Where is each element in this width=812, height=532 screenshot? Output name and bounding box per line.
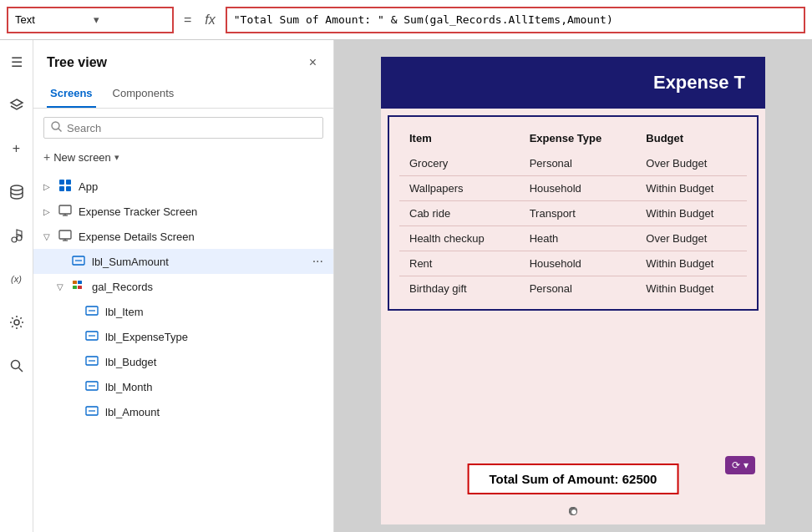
svg-point-1 [11, 185, 23, 190]
tree-header: Tree view × [33, 40, 333, 82]
database-icon[interactable] [2, 177, 32, 207]
svg-rect-12 [66, 180, 71, 185]
svg-rect-24 [78, 281, 82, 284]
expand-icon-details: ▽ [43, 232, 55, 241]
tree-item-expense-details[interactable]: ▽ Expense Details Screen [33, 224, 333, 249]
tab-screens[interactable]: Screens [47, 82, 96, 108]
app-title: Expense T [653, 72, 745, 93]
formula-bar[interactable]: "Total Sum of Amount: " & Sum(gal_Record… [226, 7, 805, 33]
expand-icon-tracker: ▷ [43, 207, 55, 216]
cell-budget: Within Budget [636, 276, 747, 301]
expense-table-wrap: Item Expense Type Budget Grocery Persona… [388, 115, 759, 311]
total-sum-box[interactable]: Total Sum of Amount: 62500 [468, 464, 679, 494]
tree-item-expense-tracker[interactable]: ▷ Expense Tracker Screen [33, 199, 333, 224]
tree-item-app[interactable]: ▷ App [33, 174, 333, 199]
tree-item-lbl-sum[interactable]: lbl_SumAmount ··· [33, 249, 333, 274]
svg-point-2 [12, 237, 17, 242]
cell-type: Personal [520, 276, 637, 301]
layers-icon[interactable] [2, 90, 32, 120]
svg-rect-23 [73, 281, 77, 284]
expense-details-label: Expense Details Screen [79, 231, 327, 243]
settings-icon[interactable] [2, 307, 32, 337]
tree-item-gal-records[interactable]: ▽ gal_Records [33, 274, 333, 299]
cell-type: Household [520, 176, 637, 201]
svg-rect-18 [59, 231, 71, 239]
gallery-icon [72, 280, 85, 294]
top-bar: Text ▾ = fx "Total Sum of Amount: " & Su… [0, 0, 812, 40]
svg-point-3 [17, 236, 22, 241]
label-icon-amount [85, 405, 99, 419]
col-expense-type: Expense Type [520, 125, 637, 151]
tree-item-lbl-amount[interactable]: lbl_Amount [33, 399, 333, 424]
gal-records-label: gal_Records [92, 281, 327, 293]
cell-budget: Within Budget [636, 251, 747, 276]
tree-content: ▷ App ▷ Expense Tracker Screen ▽ [33, 170, 333, 532]
cell-item: Wallpapers [399, 176, 520, 201]
cell-item: Health checkup [399, 226, 520, 251]
cell-budget: Over Budget [636, 151, 747, 176]
search-icon [51, 121, 62, 134]
label-icon-item [85, 305, 99, 319]
label-icon-budget [85, 355, 99, 369]
svg-line-8 [18, 368, 23, 372]
tree-item-lbl-month[interactable]: lbl_Month [33, 374, 333, 399]
screen-icon-tracker [58, 205, 72, 219]
tree-view-title: Tree view [47, 55, 107, 70]
expense-tracker-label: Expense Tracker Screen [79, 205, 327, 218]
expand-icon-gallery: ▽ [57, 282, 69, 291]
new-screen-label: New screen [53, 151, 111, 164]
search-sidebar-icon[interactable] [2, 351, 32, 381]
tree-item-lbl-budget[interactable]: lbl_Budget [33, 349, 333, 374]
table-row: Cab ride Transport Within Budget [399, 201, 747, 226]
floating-action-button[interactable]: ⟳ ▾ [725, 456, 755, 474]
floating-btn-chevron: ▾ [743, 459, 749, 471]
lbl-sum-label: lbl_SumAmount [92, 256, 306, 268]
table-row: Birthday gift Personal Within Budget [399, 276, 747, 301]
cell-type: Household [520, 251, 637, 276]
table-row: Grocery Personal Over Budget [399, 151, 747, 176]
cell-item: Cab ride [399, 201, 520, 226]
lbl-budget-label: lbl_Budget [105, 356, 327, 368]
music-icon[interactable] [2, 220, 32, 251]
floating-btn-icon: ⟳ [732, 459, 740, 471]
new-screen-button[interactable]: + New screen ▾ [33, 147, 333, 170]
close-button[interactable]: × [306, 52, 320, 73]
canvas-area: Expense T Item Expense Type Budget Groce… [334, 40, 812, 532]
main-layout: ☰ + (x) Tree view × Screens Comp [0, 40, 812, 532]
svg-marker-0 [11, 99, 23, 106]
app-canvas: Expense T Item Expense Type Budget Groce… [381, 57, 765, 524]
variable-icon[interactable]: (x) [2, 264, 32, 294]
icon-bar: ☰ + (x) [0, 40, 33, 532]
search-input[interactable] [67, 122, 316, 134]
svg-rect-15 [59, 205, 71, 214]
cell-type: Personal [520, 151, 637, 176]
table-row: Health checkup Heath Over Budget [399, 226, 747, 251]
menu-icon[interactable]: ☰ [2, 47, 32, 77]
svg-rect-14 [66, 186, 71, 191]
tree-item-lbl-expensetype[interactable]: lbl_ExpenseType [33, 324, 333, 349]
svg-rect-13 [59, 186, 64, 191]
col-item: Item [399, 125, 520, 151]
col-budget: Budget [636, 125, 747, 151]
property-value: Text [15, 13, 87, 26]
svg-line-10 [58, 129, 62, 132]
fx-icon: fx [201, 13, 218, 28]
property-dropdown[interactable]: Text ▾ [7, 7, 174, 33]
expense-table: Item Expense Type Budget Grocery Persona… [399, 125, 747, 301]
label-icon-sum [72, 255, 85, 269]
new-screen-chevron: ▾ [114, 152, 119, 163]
more-options-button[interactable]: ··· [309, 252, 327, 271]
table-header-row: Item Expense Type Budget [399, 125, 747, 151]
tab-components[interactable]: Components [109, 82, 178, 108]
app-header: Expense T [381, 57, 765, 109]
add-icon[interactable]: + [2, 134, 32, 164]
cell-budget: Over Budget [636, 226, 747, 251]
svg-rect-25 [73, 286, 77, 289]
cell-type: Heath [520, 226, 637, 251]
app-icon [58, 179, 72, 195]
label-icon-month [85, 380, 99, 394]
tree-item-lbl-item[interactable]: lbl_Item [33, 299, 333, 324]
svg-rect-26 [78, 286, 82, 289]
chevron-down-icon: ▾ [94, 13, 165, 26]
table-row: Rent Household Within Budget [399, 251, 747, 276]
